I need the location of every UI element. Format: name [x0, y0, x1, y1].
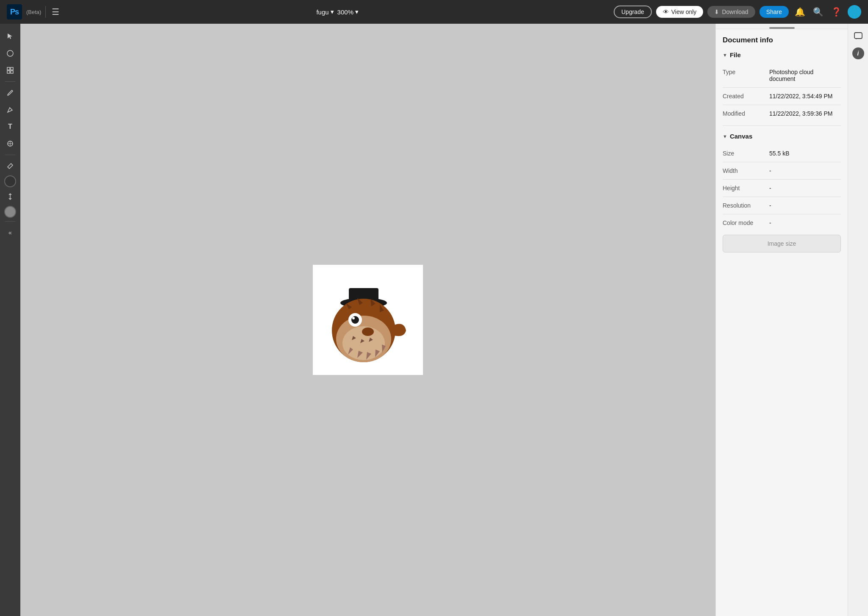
size-row: Size 55.5 kB: [723, 145, 841, 162]
width-label: Width: [723, 167, 769, 174]
eye-icon: 👁: [663, 8, 669, 15]
filename-button[interactable]: fugu ▾: [316, 8, 334, 16]
shape-tool[interactable]: [3, 136, 18, 151]
modified-label: Modified: [723, 110, 769, 117]
created-label: Created: [723, 93, 769, 100]
zoom-button[interactable]: 300% ▾: [337, 8, 359, 16]
modified-row: Modified 11/22/2022, 3:59:36 PM: [723, 105, 841, 122]
svg-point-24: [362, 327, 374, 336]
created-row: Created 11/22/2022, 3:54:49 PM: [723, 88, 841, 105]
transform-tool[interactable]: [3, 63, 18, 78]
info-button[interactable]: i: [852, 47, 864, 59]
menu-button[interactable]: ☰: [50, 5, 61, 19]
canvas-section-title: Canvas: [730, 133, 752, 140]
topbar-center: fugu ▾ 300% ▾: [66, 8, 609, 16]
far-right-panel: i: [848, 24, 868, 616]
canvas-area: [20, 24, 715, 616]
size-label: Size: [723, 150, 769, 157]
canvas-section-header[interactable]: ▼ Canvas: [723, 133, 841, 140]
resolution-row: Resolution -: [723, 197, 841, 214]
svg-point-0: [7, 50, 13, 56]
select-tool[interactable]: [3, 29, 18, 44]
scroll-tool[interactable]: [3, 189, 18, 204]
colormode-row: Color mode -: [723, 214, 841, 231]
width-row: Width -: [723, 162, 841, 180]
file-section-title: File: [730, 51, 741, 58]
viewonly-button[interactable]: 👁 View only: [656, 6, 704, 18]
pen-tool[interactable]: [3, 102, 18, 117]
upgrade-button[interactable]: Upgrade: [614, 6, 652, 18]
file-section-header[interactable]: ▼ File: [723, 51, 841, 58]
collapse-toolbar-button[interactable]: «: [3, 225, 18, 240]
search-button[interactable]: 🔍: [811, 5, 825, 19]
type-value: Photoshop cloud document: [769, 69, 841, 82]
tool-separator-2: [5, 155, 15, 155]
panel-title: Document info: [723, 36, 841, 44]
crop-tool[interactable]: [3, 46, 18, 61]
beta-label: (Beta): [26, 9, 41, 15]
topbar-right: Upgrade 👁 View only ⬇ Download Share 🔔 🔍…: [614, 5, 861, 19]
chevron-down-icon: ▾: [355, 8, 359, 16]
topbar: Ps (Beta) ☰ fugu ▾ 300% ▾ Upgrade 👁 View…: [0, 0, 868, 24]
svg-point-23: [352, 317, 355, 319]
divider: [45, 6, 46, 18]
colormode-value: -: [769, 219, 771, 226]
chevron-down-icon: ▾: [331, 8, 334, 16]
image-size-button[interactable]: Image size: [723, 235, 841, 253]
modified-value: 11/22/2022, 3:59:36 PM: [769, 110, 832, 117]
file-info-rows: Type Photoshop cloud document Created 11…: [723, 64, 841, 122]
svg-rect-37: [854, 33, 862, 39]
panel-tab-indicator: [769, 27, 795, 29]
background-color[interactable]: [4, 206, 16, 218]
left-toolbar: T «: [0, 24, 20, 616]
size-value: 55.5 kB: [769, 150, 789, 157]
ps-logo: Ps: [7, 4, 22, 19]
panel-tabs: [716, 24, 848, 29]
resolution-value: -: [769, 202, 771, 209]
foreground-color[interactable]: [4, 175, 16, 187]
download-icon: ⬇: [714, 8, 719, 15]
colormode-label: Color mode: [723, 219, 769, 226]
download-button[interactable]: ⬇ Download: [707, 6, 755, 18]
svg-point-22: [351, 316, 359, 324]
svg-rect-4: [11, 71, 13, 73]
chevron-icon-2: ▼: [723, 134, 727, 139]
comment-button[interactable]: [851, 29, 866, 44]
brush-tool[interactable]: [3, 85, 18, 100]
height-label: Height: [723, 185, 769, 191]
right-panel: Document info ▼ File Type Photoshop clou…: [715, 24, 848, 616]
type-row: Type Photoshop cloud document: [723, 64, 841, 88]
topbar-left: Ps (Beta) ☰: [7, 4, 61, 19]
share-button[interactable]: Share: [760, 6, 789, 18]
tool-separator-3: [5, 221, 15, 222]
resolution-label: Resolution: [723, 202, 769, 209]
main: T «: [0, 24, 868, 616]
height-value: -: [769, 185, 771, 191]
canvas-info-rows: Size 55.5 kB Width - Height - Resolution…: [723, 145, 841, 231]
section-divider: [723, 125, 841, 126]
svg-rect-1: [7, 67, 10, 70]
width-value: -: [769, 167, 771, 174]
avatar[interactable]: [848, 5, 861, 19]
panel-content: Document info ▼ File Type Photoshop clou…: [716, 29, 848, 259]
svg-line-8: [8, 167, 9, 169]
canvas-image: [313, 265, 423, 375]
type-tool[interactable]: T: [3, 119, 18, 134]
info-icon: i: [857, 50, 859, 57]
tool-separator: [5, 81, 15, 82]
svg-rect-3: [7, 71, 10, 73]
eyedropper-tool[interactable]: [3, 158, 18, 174]
created-value: 11/22/2022, 3:54:49 PM: [769, 93, 832, 100]
help-button[interactable]: ❓: [829, 5, 843, 19]
svg-rect-2: [11, 67, 13, 70]
chevron-icon: ▼: [723, 53, 727, 58]
type-label: Type: [723, 69, 769, 75]
notifications-button[interactable]: 🔔: [793, 5, 807, 19]
height-row: Height -: [723, 180, 841, 197]
